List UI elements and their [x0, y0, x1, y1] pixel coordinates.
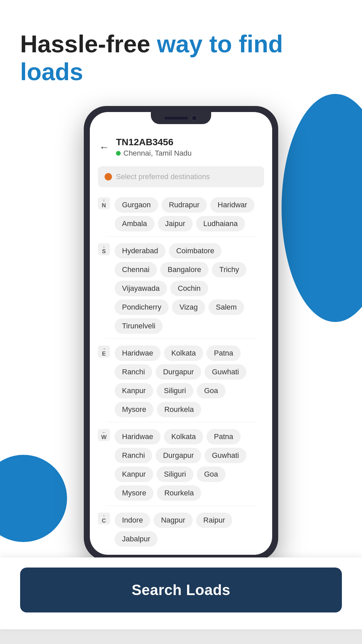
chip-ranchi[interactable]: Ranchi [115, 448, 152, 463]
vehicle-id: TN12AB3456 [116, 137, 192, 148]
chip-trichy[interactable]: Trichy [212, 262, 246, 277]
direction-header-south: ↓SHyderabadCoimbatoreChennaiBangaloreTri… [98, 243, 264, 334]
chip-kanpur[interactable]: Kanpur [115, 467, 153, 482]
chips-south: HyderabadCoimbatoreChennaiBangaloreTrich… [115, 243, 264, 334]
chip-goa[interactable]: Goa [197, 467, 226, 482]
chip-mysore[interactable]: Mysore [115, 402, 154, 417]
phone-notch [151, 112, 211, 124]
chip-nagpur[interactable]: Nagpur [154, 513, 192, 528]
chip-ludhaiana[interactable]: Ludhaiana [196, 216, 245, 231]
direction-header-central: ◦CIndoreNagpurRaipurJabalpur [98, 513, 264, 547]
vehicle-info: TN12AB3456 Chennai, Tamil Nadu [116, 137, 192, 158]
chip-kolkata[interactable]: Kolkata [164, 429, 203, 444]
vehicle-location: Chennai, Tamil Nadu [116, 149, 192, 158]
chip-bangalore[interactable]: Bangalore [160, 262, 208, 277]
back-button[interactable]: ← [99, 142, 109, 153]
chip-chennai[interactable]: Chennai [115, 262, 157, 277]
chips-west: HaridwaeKolkataPatnaRanchiDurgapurGuwhat… [115, 429, 264, 501]
header-section: Hassle-free way to find loads [0, 0, 362, 99]
chip-haridwae[interactable]: Haridwae [115, 429, 161, 444]
direction-icon-south: ↓S [98, 243, 110, 255]
chip-siliguri[interactable]: Siliguri [157, 467, 193, 482]
headline-part1: Hassle-free [20, 31, 157, 57]
phone-topbar: ← TN12AB3456 Chennai, Tamil Nadu [90, 129, 272, 163]
chip-ranchi[interactable]: Ranchi [115, 364, 152, 380]
chip-jabalpur[interactable]: Jabalpur [115, 531, 158, 547]
chip-vijayawada[interactable]: Vijayawada [115, 281, 167, 296]
chip-coimbatore[interactable]: Coimbatore [169, 243, 222, 259]
chip-ambala[interactable]: Ambala [115, 216, 155, 231]
section-divider [106, 338, 256, 339]
bottom-hint-bar [0, 629, 362, 644]
chip-tirunelveli[interactable]: Tirunelveli [115, 318, 163, 334]
pin-icon [105, 173, 112, 180]
direction-header-east: →EHaridwaeKolkataPatnaRanchiDurgapurGuwh… [98, 345, 264, 417]
chip-kanpur[interactable]: Kanpur [115, 383, 153, 398]
chip-rourkela[interactable]: Rourkela [157, 402, 201, 417]
chip-raipur[interactable]: Raipur [196, 513, 233, 528]
chips-north: GurgaonRudrapurHaridwarAmbalaJaipurLudha… [115, 197, 264, 231]
direction-icon-north: ↑N [98, 197, 110, 209]
chip-siliguri[interactable]: Siliguri [157, 383, 193, 398]
chip-salem[interactable]: Salem [208, 300, 244, 315]
chip-kolkata[interactable]: Kolkata [164, 345, 203, 361]
bottom-action-bar: Search Loads [0, 557, 362, 629]
headline: Hassle-free way to find loads [20, 30, 342, 86]
direction-icon-east: →E [98, 345, 110, 358]
search-placeholder-text: Select preferred destinations [116, 172, 210, 181]
chip-patna[interactable]: Patna [206, 345, 241, 361]
phone-mockup: ← TN12AB3456 Chennai, Tamil Nadu Select … [0, 106, 362, 561]
direction-header-west: ←WHaridwaeKolkataPatnaRanchiDurgapurGuwh… [98, 429, 264, 501]
notch-camera [191, 115, 197, 121]
section-divider [106, 422, 256, 422]
online-dot [116, 151, 121, 156]
chip-vizag[interactable]: Vizag [172, 300, 205, 315]
chip-indore[interactable]: Indore [115, 513, 150, 528]
chip-mysore[interactable]: Mysore [115, 485, 154, 501]
chips-central: IndoreNagpurRaipurJabalpur [115, 513, 264, 547]
chip-guwhati[interactable]: Guwhati [204, 364, 246, 380]
chip-rourkela[interactable]: Rourkela [157, 485, 201, 501]
directions-container: ↑NGurgaonRudrapurHaridwarAmbalaJaipurLud… [90, 194, 272, 555]
chip-jaipur[interactable]: Jaipur [158, 216, 193, 231]
chip-patna[interactable]: Patna [206, 429, 241, 444]
chip-durgapur[interactable]: Durgapur [156, 448, 201, 463]
chip-guwhati[interactable]: Guwhati [204, 448, 246, 463]
phone-inner-frame: ← TN12AB3456 Chennai, Tamil Nadu Select … [90, 112, 272, 555]
direction-section-central: ◦CIndoreNagpurRaipurJabalpur [90, 509, 272, 555]
direction-icon-west: ←W [98, 429, 110, 441]
direction-section-west: ←WHaridwaeKolkataPatnaRanchiDurgapurGuwh… [90, 426, 272, 509]
phone-screen: ← TN12AB3456 Chennai, Tamil Nadu Select … [90, 112, 272, 555]
phone-outer-frame: ← TN12AB3456 Chennai, Tamil Nadu Select … [84, 106, 278, 561]
chip-haridwar[interactable]: Haridwar [210, 197, 254, 213]
section-divider [106, 505, 256, 506]
chip-rudrapur[interactable]: Rudrapur [162, 197, 207, 213]
section-divider [106, 236, 256, 236]
direction-section-north: ↑NGurgaonRudrapurHaridwarAmbalaJaipurLud… [90, 194, 272, 240]
chip-hyderabad[interactable]: Hyderabad [115, 243, 166, 259]
chips-east: HaridwaeKolkataPatnaRanchiDurgapurGuwhat… [115, 345, 264, 417]
chip-haridwae[interactable]: Haridwae [115, 345, 161, 361]
search-loads-button[interactable]: Search Loads [20, 568, 342, 612]
chip-gurgaon[interactable]: Gurgaon [115, 197, 158, 213]
direction-icon-central: ◦C [98, 513, 110, 525]
notch-speaker [165, 117, 188, 119]
chip-goa[interactable]: Goa [197, 383, 226, 398]
chip-durgapur[interactable]: Durgapur [156, 364, 201, 380]
chip-pondicherry[interactable]: Pondicherry [115, 300, 169, 315]
destination-search-bar[interactable]: Select preferred destinations [98, 166, 264, 187]
chip-cochin[interactable]: Cochin [170, 281, 208, 296]
direction-section-south: ↓SHyderabadCoimbatoreChennaiBangaloreTri… [90, 240, 272, 342]
direction-header-north: ↑NGurgaonRudrapurHaridwarAmbalaJaipurLud… [98, 197, 264, 231]
direction-section-east: →EHaridwaeKolkataPatnaRanchiDurgapurGuwh… [90, 342, 272, 426]
location-label: Chennai, Tamil Nadu [123, 149, 192, 158]
